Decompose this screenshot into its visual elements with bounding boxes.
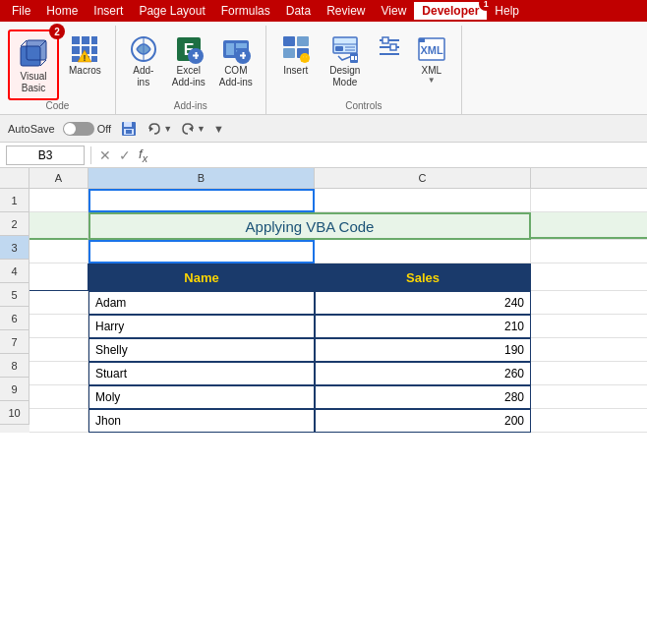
svg-rect-27 — [236, 43, 247, 48]
row-header-7[interactable]: 7 — [0, 330, 29, 354]
cell-c10[interactable]: 200 — [315, 409, 531, 433]
row-headers: 1 2 3 4 5 6 7 8 9 10 — [0, 189, 29, 433]
com-addins-button[interactable]: COMAdd-ins — [214, 29, 258, 92]
confirm-formula-btn[interactable]: ✓ — [117, 147, 133, 163]
svg-text:XML: XML — [420, 44, 443, 56]
row-header-5[interactable]: 5 — [0, 283, 29, 307]
row-header-4[interactable]: 4 — [0, 260, 29, 283]
menu-data[interactable]: Data — [278, 2, 319, 20]
function-btn[interactable]: fx — [137, 146, 149, 164]
menu-insert[interactable]: Insert — [86, 2, 131, 20]
undo-btn[interactable]: ▼ — [147, 121, 172, 137]
excel-addins-button[interactable]: E ExcelAdd-ins — [167, 29, 210, 92]
svg-marker-58 — [149, 126, 153, 132]
row-header-1[interactable]: 1 — [0, 189, 29, 212]
cell-c4[interactable]: Sales — [315, 263, 531, 291]
cell-a4[interactable] — [29, 263, 88, 291]
xml-button[interactable]: XML XML ▼ — [410, 29, 453, 88]
cancel-formula-btn[interactable]: ✕ — [97, 147, 113, 163]
col-header-c[interactable]: C — [315, 168, 531, 188]
cell-a8[interactable] — [29, 362, 88, 385]
svg-rect-46 — [355, 56, 357, 60]
row-header-6[interactable]: 6 — [0, 307, 29, 330]
menu-file[interactable]: File — [4, 2, 38, 20]
cell-b5[interactable]: Adam — [88, 291, 315, 315]
cell-a7[interactable] — [29, 338, 88, 362]
controls-group-label: Controls — [274, 100, 453, 114]
cell-c9[interactable]: 280 — [315, 385, 531, 409]
design-mode-button[interactable]: DesignMode — [322, 29, 369, 92]
menu-view[interactable]: View — [374, 2, 415, 20]
insert-button[interactable]: Insert — [274, 29, 318, 80]
data-sales-9: 280 — [504, 390, 524, 404]
cell-a3[interactable] — [29, 240, 88, 263]
data-name-7: Shelly — [95, 343, 128, 357]
svg-rect-7 — [72, 36, 80, 44]
menu-developer[interactable]: Developer 1 — [414, 2, 487, 20]
save-btn[interactable] — [119, 119, 139, 139]
autosave-label: AutoSave — [8, 123, 55, 135]
quick-access-toolbar: AutoSave Off ▼ ▼ ▼ — [0, 115, 647, 143]
menu-help[interactable]: Help — [487, 2, 527, 20]
data-sales-7: 190 — [504, 343, 524, 357]
menu-review[interactable]: Review — [319, 2, 373, 20]
formula-input[interactable] — [153, 146, 641, 164]
cell-c6[interactable]: 210 — [315, 315, 531, 338]
cell-b10[interactable]: Jhon — [88, 409, 315, 433]
menu-formulas[interactable]: Formulas — [213, 2, 278, 20]
macros-icon: ! — [69, 33, 100, 65]
name-box[interactable] — [6, 146, 85, 165]
insert-label: Insert — [283, 65, 308, 76]
autosave-toggle[interactable]: Off — [63, 122, 111, 136]
cell-b1[interactable] — [88, 189, 315, 212]
svg-rect-51 — [390, 44, 396, 50]
cell-b7[interactable]: Shelly — [88, 338, 315, 362]
svg-rect-31 — [242, 52, 244, 59]
row-header-8[interactable]: 8 — [0, 354, 29, 378]
row-header-2[interactable]: 2 — [0, 212, 29, 236]
macros-button[interactable]: ! Macros — [63, 29, 107, 80]
cell-b2[interactable]: Applying VBA Code — [88, 212, 531, 240]
properties-button[interactable] — [373, 29, 406, 65]
xml-icon: XML — [416, 33, 447, 65]
col-header-b[interactable]: B — [88, 168, 315, 188]
table-row: Harry 210 — [29, 315, 647, 338]
addins-button[interactable]: Add-ins — [124, 29, 163, 92]
cell-c7[interactable]: 190 — [315, 338, 531, 362]
xml-dropdown-arrow: ▼ — [428, 76, 436, 85]
cell-b4[interactable]: Name — [88, 263, 315, 291]
ribbon-group-addins: Add-ins E ExcelAdd-ins — [124, 26, 266, 114]
visual-basic-button[interactable]: VisualBasic — [8, 29, 59, 100]
col-header-a[interactable]: A — [29, 168, 88, 188]
cell-a5[interactable] — [29, 291, 88, 315]
cell-c3[interactable] — [315, 240, 531, 263]
cell-a10[interactable] — [29, 409, 88, 433]
customize-btn[interactable]: ▼ — [213, 123, 224, 135]
table-row — [29, 189, 647, 212]
cell-b6[interactable]: Harry — [88, 315, 315, 338]
menu-home[interactable]: Home — [38, 2, 86, 20]
cell-a1[interactable] — [29, 189, 88, 212]
row-header-3[interactable]: 3 — [0, 236, 29, 260]
cell-a2[interactable] — [29, 212, 88, 240]
cell-c5[interactable]: 240 — [315, 291, 531, 315]
menu-page-layout[interactable]: Page Layout — [131, 2, 212, 20]
cell-a9[interactable] — [29, 385, 88, 409]
row-header-9[interactable]: 9 — [0, 378, 29, 401]
redo-btn[interactable]: ▼ — [180, 121, 206, 137]
cell-b8[interactable]: Stuart — [88, 362, 315, 385]
ribbon: VisualBasic 2 — [0, 22, 647, 115]
cell-c8[interactable]: 260 — [315, 362, 531, 385]
svg-rect-26 — [226, 43, 234, 55]
cell-a6[interactable] — [29, 315, 88, 338]
cell-c1[interactable] — [315, 189, 531, 212]
insert-icon — [280, 33, 312, 65]
cell-b9[interactable]: Moly — [88, 385, 315, 409]
cell-b3[interactable] — [88, 240, 315, 263]
header-name: Name — [184, 270, 218, 285]
svg-rect-41 — [335, 46, 343, 51]
row-header-10[interactable]: 10 — [0, 401, 29, 425]
visual-basic-label: VisualBasic — [20, 71, 46, 94]
table-row: Name Sales — [29, 263, 647, 291]
data-name-9: Moly — [95, 390, 120, 404]
